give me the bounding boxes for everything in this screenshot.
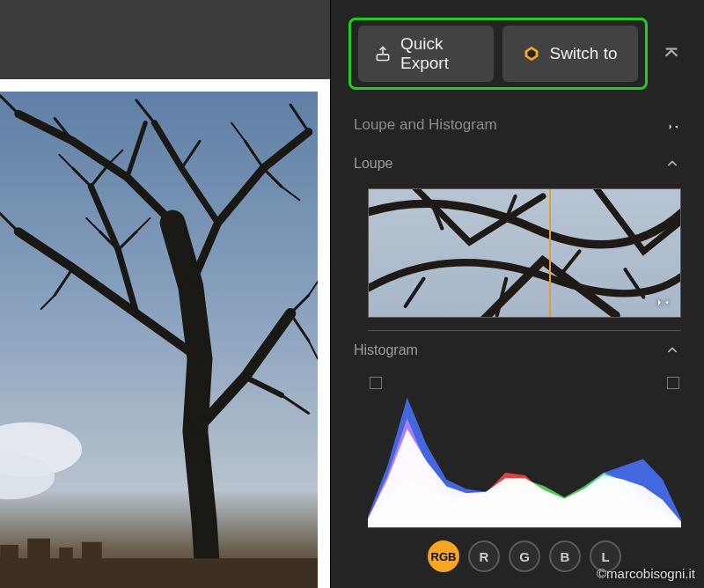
channel-r-button[interactable]: R: [468, 540, 500, 572]
panel-header[interactable]: Loupe and Histogram: [331, 106, 704, 144]
shadow-clip-toggle[interactable]: [370, 377, 382, 389]
histogram-section-header[interactable]: Histogram: [331, 331, 704, 370]
highlighted-button-group: Quick Export Switch to: [348, 18, 648, 90]
app-switch-icon: [523, 45, 540, 62]
collapse-all-button[interactable]: [656, 39, 686, 69]
channel-l-button[interactable]: L: [590, 540, 621, 572]
loupe-pin-icon[interactable]: [652, 290, 671, 310]
pin-icon[interactable]: [664, 116, 681, 134]
panel-title: Loupe and Histogram: [354, 116, 497, 134]
quick-export-button[interactable]: Quick Export: [358, 26, 494, 82]
preview-frame: [0, 79, 330, 588]
channel-g-button[interactable]: G: [509, 540, 540, 572]
switch-to-label: Switch to: [549, 44, 617, 63]
histogram-container: RGB R G B L: [368, 377, 681, 577]
svg-rect-3: [0, 545, 18, 563]
preview-image[interactable]: [0, 92, 318, 588]
image-preview-area: [0, 0, 330, 588]
loupe-crosshair: [549, 189, 551, 317]
right-panel: Quick Export Switch to Loupe and Histogr…: [330, 0, 704, 588]
channel-b-button[interactable]: B: [549, 540, 581, 572]
histogram-chart[interactable]: [368, 391, 681, 528]
export-icon: [374, 45, 392, 62]
highlight-clip-toggle[interactable]: [667, 377, 679, 389]
panel-toolbar: Quick Export Switch to: [331, 0, 704, 106]
chevron-up-icon[interactable]: [664, 155, 681, 173]
channel-selector-row: RGB R G B L: [368, 528, 681, 577]
loupe-preview[interactable]: [368, 188, 681, 318]
chevron-up-icon[interactable]: [664, 342, 681, 359]
svg-rect-6: [82, 542, 102, 563]
loupe-section-header[interactable]: Loupe: [331, 144, 704, 183]
channel-rgb-button[interactable]: RGB: [428, 540, 459, 572]
svg-rect-4: [27, 539, 50, 563]
switch-to-button[interactable]: Switch to: [502, 26, 638, 82]
quick-export-label: Quick Export: [400, 34, 478, 73]
svg-rect-7: [377, 55, 388, 61]
svg-rect-5: [59, 548, 72, 563]
loupe-label: Loupe: [354, 156, 393, 172]
histogram-label: Histogram: [354, 342, 418, 358]
